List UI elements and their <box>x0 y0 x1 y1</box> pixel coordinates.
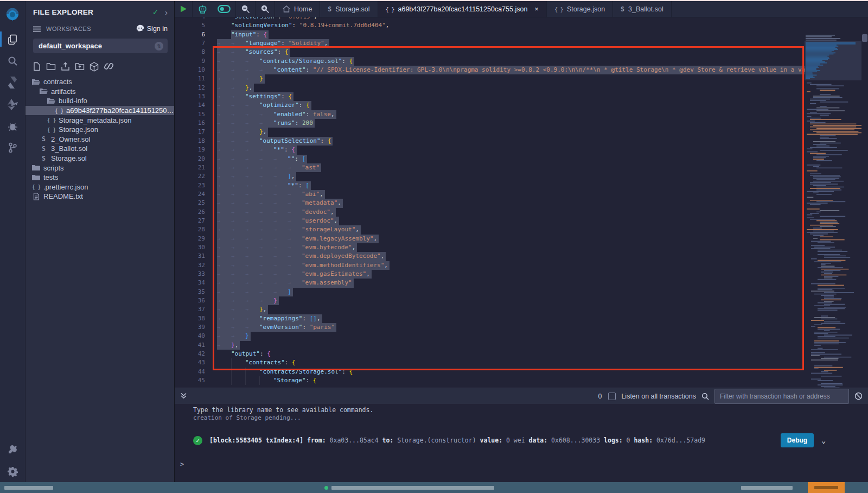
code-line[interactable]: 13→→"settings": { <box>175 92 805 101</box>
zoom-out-button[interactable] <box>236 1 256 17</box>
tree-item-readme-txt[interactable]: README.txt <box>25 192 174 201</box>
tree-item-artifacts[interactable]: artifacts <box>25 87 174 97</box>
tree-item-2-owner-sol[interactable]: S2_Owner.sol <box>25 135 174 144</box>
tree-item-storage-metadata-json[interactable]: { }Storage_metadata.json <box>25 115 174 125</box>
transaction-log-row[interactable]: ✓ [block:5583405 txIndex:4] from: 0xa03.… <box>193 432 868 448</box>
chevron-right-icon[interactable]: › <box>165 8 168 17</box>
tab-storage-json[interactable]: { }Storage.json <box>547 1 613 17</box>
code-line[interactable]: 8→→"sources": { <box>175 48 805 56</box>
code-line[interactable]: 6"input": { <box>175 30 805 39</box>
code-line[interactable]: 31→→→→→→"evm.deployedBytecode", <box>175 252 805 261</box>
transaction-filter-input[interactable] <box>714 389 849 404</box>
tree-item-tests[interactable]: tests <box>25 173 174 182</box>
code-line[interactable]: 40→→} <box>175 332 805 340</box>
minimap[interactable] <box>805 34 861 388</box>
upload-folder-button[interactable] <box>75 62 85 72</box>
code-line[interactable]: 17→→→}, <box>175 128 805 136</box>
code-line[interactable]: 20→→→→→"": [ <box>175 155 805 163</box>
workspace-select[interactable]: default_workspace ⇅ <box>33 39 168 53</box>
listen-all-transactions-checkbox[interactable] <box>608 393 616 400</box>
code-line[interactable]: 42"output": { <box>175 350 805 358</box>
run-script-button[interactable] <box>175 1 193 17</box>
tree-item-a69b43f277ba20fcac141151250ca7-[interactable]: { }a69b43f277ba20fcac141151250ca7... <box>25 106 174 116</box>
code-line[interactable]: 41→}, <box>175 341 805 350</box>
link-button[interactable] <box>104 62 114 72</box>
code-line[interactable]: 25→→→→→→"metadata", <box>175 199 805 207</box>
tab-home[interactable]: Home <box>275 1 320 17</box>
code-line[interactable]: 45"Storage": { <box>175 376 805 385</box>
tx-expand-icon[interactable]: ⌄ <box>821 437 826 445</box>
code-line[interactable]: 36→→→→} <box>175 296 805 305</box>
tree-item-storage-sol[interactable]: SStorage.sol <box>25 154 174 163</box>
code-line[interactable]: 30→→→→→→"evm.bytecode", <box>175 243 805 252</box>
code-line[interactable]: 29→→→→→→"evm.legacyAssembly", <box>175 235 805 243</box>
tree-item-storage-json[interactable]: { }Storage.json <box>25 125 174 135</box>
rail-deploy-run[interactable] <box>0 93 25 115</box>
zoom-in-button[interactable] <box>256 1 275 17</box>
rail-solidity-compiler[interactable] <box>0 72 25 93</box>
rail-search[interactable] <box>0 50 25 72</box>
rail-debugger[interactable] <box>0 115 25 137</box>
scrollbar-thumb[interactable] <box>862 34 867 42</box>
tab-3-ballot-sol[interactable]: S3_Ballot.sol <box>613 1 672 17</box>
tab-a69b43f277ba20fcac141151250ca755-json[interactable]: { }a69b43f277ba20fcac141151250ca755.json… <box>378 1 547 17</box>
tree-item-label: artifacts <box>51 87 76 96</box>
code-line[interactable]: 43"contracts": { <box>175 358 805 367</box>
code-line[interactable]: 4"solcVersion": "0.8.19", <box>175 17 805 21</box>
code-line[interactable]: 16→→→→"runs": 200 <box>175 119 805 128</box>
code-line[interactable]: 24→→→→→→"abi", <box>175 190 805 199</box>
code-line[interactable]: 34→→→→→→"evm.assembly" <box>175 279 805 287</box>
tab-close-icon[interactable]: × <box>534 5 539 13</box>
code-line[interactable]: 14→→→"optimizer": { <box>175 101 805 110</box>
alert-badge[interactable] <box>808 482 845 493</box>
check-icon[interactable]: ✓ <box>152 8 158 16</box>
upload-file-button[interactable] <box>61 62 70 72</box>
new-folder-button[interactable] <box>46 62 56 72</box>
code-editor[interactable]: 4"solcVersion": "0.8.19",5"solcLongVersi… <box>175 17 868 388</box>
sign-in-button[interactable]: Sign in <box>136 24 168 33</box>
code-line[interactable]: 22→→→→→], <box>175 172 805 181</box>
expand-terminal-icon[interactable] <box>180 391 187 401</box>
new-file-button[interactable] <box>33 62 41 72</box>
code-line[interactable]: 18→→→"outputSelection": { <box>175 137 805 146</box>
ai-toggle[interactable] <box>213 1 236 17</box>
code-line[interactable]: 11→→→} <box>175 74 805 83</box>
code-line[interactable]: 12→→}, <box>175 84 805 92</box>
code-line[interactable]: 39→→→"evmVersion": "paris" <box>175 323 805 332</box>
tree-item-3-ballot-sol[interactable]: S3_Ballot.sol <box>25 144 174 154</box>
code-line[interactable]: 35→→→→→] <box>175 288 805 296</box>
code-line[interactable]: 44"contracts/Storage.sol": { <box>175 368 805 376</box>
code-line[interactable]: 19→→→→"*": { <box>175 146 805 154</box>
tree-item-label: Storage.json <box>59 125 98 134</box>
tree-item-scripts[interactable]: scripts <box>25 163 174 173</box>
code-line[interactable]: 28→→→→→→"storageLayout", <box>175 225 805 234</box>
code-line[interactable]: 7→→"language": "Solidity", <box>175 39 805 48</box>
ipfs-box-button[interactable] <box>90 62 99 72</box>
rail-file-explorer[interactable] <box>0 28 25 50</box>
terminal-search-icon[interactable] <box>701 393 709 400</box>
clear-terminal-icon[interactable] <box>854 392 863 400</box>
rail-plugin-manager[interactable] <box>0 439 25 460</box>
code-line[interactable]: 38→→→"remappings": [], <box>175 314 805 323</box>
code-line[interactable]: 33→→→→→→"evm.gasEstimates", <box>175 270 805 279</box>
code-line[interactable]: 23→→→→→"*": [ <box>175 181 805 190</box>
code-line[interactable]: 9→→→"contracts/Storage.sol": { <box>175 57 805 66</box>
code-line[interactable]: 10→→→→"content": "// SPDX-License-Identi… <box>175 66 805 74</box>
code-line[interactable]: 32→→→→→→"evm.methodIdentifiers", <box>175 261 805 270</box>
code-line[interactable]: 27→→→→→→"userdoc", <box>175 217 805 225</box>
tree-item-build-info[interactable]: build-info <box>25 96 174 106</box>
tree-item-contracts[interactable]: contracts <box>25 77 174 87</box>
code-line[interactable]: 5"solcLongVersion": "0.8.19+commit.7dd6d… <box>175 21 805 30</box>
hamburger-menu-icon[interactable] <box>33 26 41 32</box>
code-line[interactable]: 15→→→→"enabled": false, <box>175 110 805 119</box>
rail-git[interactable] <box>0 137 25 159</box>
code-line[interactable]: 37→→→}, <box>175 305 805 314</box>
rail-settings[interactable] <box>0 460 25 482</box>
editor-scrollbar[interactable] <box>861 34 868 388</box>
tab-storage-sol[interactable]: SStorage.sol <box>320 1 378 17</box>
remix-ai-button[interactable] <box>193 1 213 17</box>
code-line[interactable]: 21→→→→→→"ast" <box>175 163 805 172</box>
debug-button[interactable]: Debug <box>781 433 814 447</box>
tree-item--prettierrc-json[interactable]: { }.prettierrc.json <box>25 182 174 192</box>
code-line[interactable]: 26→→→→→→"devdoc", <box>175 208 805 217</box>
